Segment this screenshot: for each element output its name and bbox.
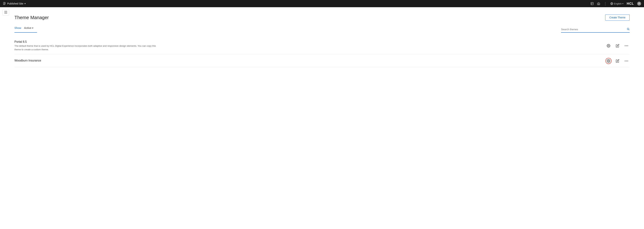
site-title-chevron[interactable]: ▾ (24, 2, 26, 5)
filter-section: Show Active ▾ (14, 26, 37, 33)
filter-chevron-icon: ▾ (32, 27, 33, 29)
page-title: Theme Manager (14, 15, 49, 20)
svg-point-9 (627, 28, 629, 30)
language-selector[interactable]: English ▾ (610, 2, 624, 5)
site-title: Published Site (7, 2, 24, 5)
theme-name: Portal 8.5 (14, 40, 606, 44)
topbar: Published Site ▾ ⋮ En (0, 0, 644, 7)
active-label: Active (24, 26, 32, 29)
table-row: Woodburn Insurance ⋯ (14, 55, 630, 67)
svg-point-8 (639, 3, 640, 4)
theme-list: Portal 8.5 The default theme that is use… (14, 37, 630, 67)
settings-active-icon[interactable] (606, 58, 612, 64)
edit-icon[interactable] (614, 58, 620, 64)
lang-chevron: ▾ (622, 3, 624, 5)
page-header: Theme Manager Create Theme (14, 15, 630, 21)
theme-name: Woodburn Insurance (14, 59, 606, 62)
search-icon[interactable] (627, 28, 630, 31)
page-icon[interactable] (590, 2, 594, 5)
show-label: Show (14, 26, 23, 31)
theme-actions: ⋯ (606, 43, 630, 49)
svg-line-10 (629, 30, 630, 30)
create-theme-button[interactable]: Create Theme (605, 15, 630, 21)
search-input[interactable] (561, 28, 625, 31)
settings-icon[interactable] (606, 43, 612, 49)
table-row: Portal 8.5 The default theme that is use… (14, 37, 630, 55)
theme-info: Portal 8.5 The default theme that is use… (14, 40, 606, 51)
user-avatar[interactable] (637, 2, 641, 6)
language-label: English (614, 2, 622, 5)
active-filter-select[interactable]: Active ▾ (24, 26, 34, 31)
topbar-right: ⋮ English ▾ HCL (590, 2, 641, 6)
more-icon[interactable]: ⋮ (604, 2, 607, 6)
search-section (561, 28, 630, 33)
theme-actions: ⋯ (606, 58, 630, 64)
topbar-left: Published Site ▾ (3, 2, 26, 5)
theme-description: The default theme that is used by HCL Di… (14, 44, 158, 51)
doc-icon[interactable] (3, 2, 6, 5)
hcl-logo: HCL (627, 2, 634, 6)
svg-point-11 (608, 45, 609, 46)
svg-rect-3 (591, 2, 594, 5)
edit-icon[interactable] (614, 43, 620, 49)
hamburger-icon (4, 11, 7, 14)
svg-point-12 (608, 61, 609, 62)
filter-search-row: Show Active ▾ (14, 26, 630, 33)
theme-info: Woodburn Insurance (14, 59, 606, 63)
more-options-icon[interactable]: ⋯ (624, 58, 630, 64)
main-content: Theme Manager Create Theme Show Active ▾ (0, 7, 644, 75)
more-options-icon[interactable]: ⋯ (624, 43, 630, 49)
sidebar-toggle[interactable] (2, 9, 9, 16)
home-icon[interactable] (597, 2, 600, 5)
